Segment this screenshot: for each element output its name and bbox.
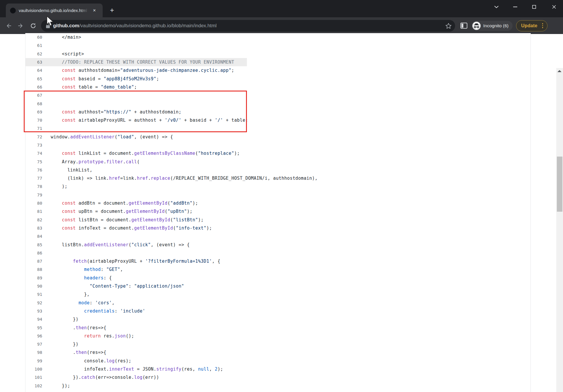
tab-title-text: vaultvisiondemo.github.io/index.html [19, 8, 87, 13]
code-text: listBtn.addEventListener("click", (event… [42, 242, 190, 247]
code-line: 98 .then(res=>{ [26, 348, 530, 357]
scrollbar-thumb[interactable] [557, 157, 562, 212]
line-number[interactable]: 87 [26, 259, 42, 264]
scrollbar[interactable] [556, 68, 563, 392]
new-tab-icon[interactable]: + [108, 6, 116, 15]
maximize-icon[interactable] [527, 2, 541, 11]
line-number[interactable]: 79 [26, 193, 42, 197]
line-number[interactable]: 76 [26, 168, 42, 172]
line-number[interactable]: 100 [26, 367, 42, 371]
url-domain: github.com [53, 23, 79, 28]
line-number[interactable]: 101 [26, 375, 42, 380]
code-line: 78 ); [26, 182, 530, 191]
code-line: 101 }).catch(err=>console.log(err)) [26, 373, 530, 381]
back-icon[interactable] [4, 21, 13, 31]
address-bar[interactable]: github.com/vaultvisiondemo/vaultvisionde… [41, 20, 455, 32]
chevron-down-icon[interactable] [490, 2, 503, 11]
code-line: 85 listBtn.addEventListener("click", (ev… [26, 240, 530, 249]
line-number[interactable]: 63 [26, 60, 42, 65]
code-text: linkList, [42, 167, 92, 173]
tab-strip: vaultvisiondemo.github.io/index.html ✕ + [0, 0, 563, 17]
line-number[interactable]: 62 [26, 52, 42, 56]
line-number[interactable]: 60 [26, 35, 42, 40]
line-number[interactable]: 99 [26, 359, 42, 363]
bookmark-star-icon[interactable] [445, 23, 452, 29]
line-number[interactable]: 65 [26, 77, 42, 81]
line-number[interactable]: 92 [26, 301, 42, 305]
code-line: 74 const linkList = document.getElements… [26, 149, 530, 157]
update-button[interactable]: Update [516, 20, 547, 31]
line-number[interactable]: 74 [26, 151, 42, 156]
incognito-badge: Incognito (6) [472, 21, 513, 31]
code-text: const baseid = "app8Bj4fSoM2Hv3s9"; [42, 76, 159, 82]
line-number[interactable]: 82 [26, 218, 42, 222]
line-number[interactable]: 89 [26, 276, 42, 280]
more-menu-icon[interactable] [541, 22, 545, 29]
scrollbar-up-icon[interactable] [557, 70, 562, 72]
code-line: 77 (link) => link.href=link.href.replace… [26, 174, 530, 182]
line-number[interactable]: 80 [26, 201, 42, 206]
code-line: 81 const upBtn = document.getElementById… [26, 207, 530, 215]
code-line: 64 const authhostdomain="adventurous-jad… [26, 66, 530, 74]
code-line: 79 [26, 191, 530, 199]
minimize-icon[interactable] [508, 2, 522, 11]
reload-icon[interactable] [28, 21, 38, 31]
line-number[interactable]: 85 [26, 242, 42, 247]
line-number[interactable]: 98 [26, 350, 42, 355]
code-text: credentials: 'include' [42, 308, 145, 314]
browser-toolbar: github.com/vaultvisiondemo/vaultvisionde… [0, 17, 563, 34]
code-text: Array.prototype.filter.call( [42, 159, 140, 164]
browser-window: vaultvisiondemo.github.io/index.html ✕ + [0, 0, 563, 392]
code-text: const authhostdomain="adventurous-jade-c… [42, 68, 234, 73]
line-number[interactable]: 86 [26, 251, 42, 255]
forward-icon[interactable] [16, 21, 26, 31]
update-label: Update [521, 23, 537, 28]
line-number[interactable]: 72 [26, 135, 42, 139]
code-text: const linkList = document.getElementsByC… [42, 151, 240, 156]
code-text: (link) => link.href=link.href.replace(/R… [42, 176, 318, 181]
line-number[interactable]: 96 [26, 334, 42, 338]
line-number[interactable]: 77 [26, 176, 42, 181]
page-content: 60 </main>6162 <script>63 //TODO: REPLAC… [0, 34, 563, 392]
browser-tab[interactable]: vaultvisiondemo.github.io/index.html ✕ [6, 4, 103, 17]
line-number[interactable]: 75 [26, 159, 42, 164]
line-number[interactable]: 91 [26, 292, 42, 297]
annotation-red-box [24, 91, 247, 132]
code-line: 97 }) [26, 340, 530, 348]
line-number[interactable]: 64 [26, 68, 42, 73]
code-line: 76 linkList, [26, 166, 530, 174]
tab-close-icon[interactable]: ✕ [91, 7, 98, 14]
line-number[interactable]: 73 [26, 143, 42, 147]
code-line: 75 Array.prototype.filter.call( [26, 157, 530, 166]
side-panel-icon[interactable] [460, 23, 467, 29]
github-favicon [10, 8, 16, 13]
code-line: 86 [26, 249, 530, 257]
line-number[interactable]: 90 [26, 284, 42, 289]
line-number[interactable]: 78 [26, 184, 42, 189]
close-window-icon[interactable] [547, 2, 561, 11]
line-number[interactable]: 61 [26, 43, 42, 48]
line-number[interactable]: 84 [26, 234, 42, 239]
code-line: 60 </main> [26, 33, 530, 41]
code-line: 65 const baseid = "app8Bj4fSoM2Hv3s9"; [26, 74, 530, 83]
code-text: </main> [42, 35, 81, 40]
line-number[interactable]: 95 [26, 325, 42, 330]
code-text: mode: 'cors', [42, 300, 115, 306]
line-number[interactable]: 94 [26, 317, 42, 322]
code-text: const addBtn = document.getElementById("… [42, 201, 198, 206]
code-line: 102 }); [26, 381, 530, 390]
code-text: }); [42, 383, 70, 388]
line-number[interactable]: 66 [26, 85, 42, 89]
line-number[interactable]: 88 [26, 267, 42, 272]
tab-title-fade [80, 8, 89, 13]
code-line: 66 const table = "demo_table"; [26, 83, 530, 91]
code-text: const upBtn = document.getElementById("u… [42, 209, 193, 214]
line-number[interactable]: 81 [26, 209, 42, 214]
code-line: 96 return res.json(); [26, 332, 530, 340]
code-line: 92 mode: 'cors', [26, 299, 530, 307]
line-number[interactable]: 102 [26, 383, 42, 388]
line-number[interactable]: 93 [26, 309, 42, 313]
line-number[interactable]: 83 [26, 226, 42, 230]
line-number[interactable]: 97 [26, 342, 42, 347]
code-line: 100 infoText.innerText = JSON.stringify(… [26, 365, 530, 373]
